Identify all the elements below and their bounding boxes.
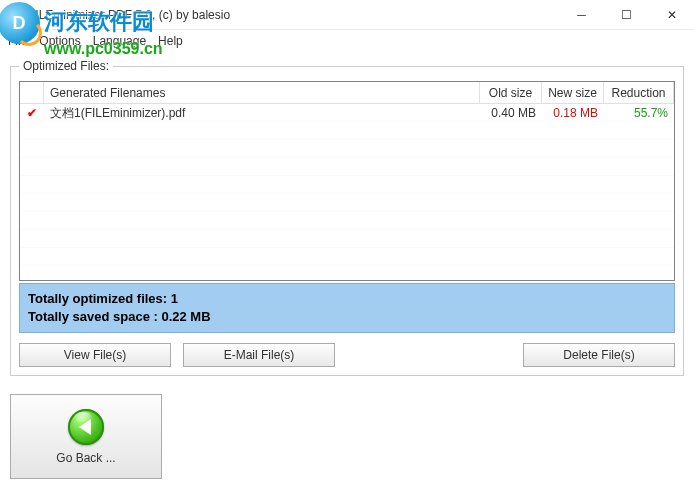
maximize-button[interactable]: ☐	[604, 0, 649, 30]
view-files-button[interactable]: View File(s)	[19, 343, 171, 367]
menu-file[interactable]: File	[8, 34, 27, 48]
col-check[interactable]	[20, 82, 44, 103]
col-old-size[interactable]: Old size	[480, 82, 542, 103]
col-reduction[interactable]: Reduction	[604, 82, 674, 103]
table-header: Generated Filenames Old size New size Re…	[20, 82, 674, 104]
files-table: Generated Filenames Old size New size Re…	[19, 81, 675, 281]
delete-files-button[interactable]: Delete File(s)	[523, 343, 675, 367]
window-title: FILEminimizer PDF 7.0, (c) by balesio	[28, 8, 230, 22]
optimized-files-group: Optimized Files: Generated Filenames Old…	[10, 66, 684, 376]
col-filename[interactable]: Generated Filenames	[44, 82, 480, 103]
back-arrow-icon	[68, 409, 104, 445]
summary-panel: Totally optimized files: 1 Totally saved…	[19, 283, 675, 333]
row-old-size: 0.40 MB	[480, 106, 542, 120]
minimize-button[interactable]: ─	[559, 0, 604, 30]
row-check-icon: ✔	[20, 106, 44, 120]
row-filename: 文档1(FILEminimizer).pdf	[44, 105, 480, 122]
close-button[interactable]: ✕	[649, 0, 694, 30]
menu-language[interactable]: Language	[93, 34, 146, 48]
title-bar: PDF FILEminimizer PDF 7.0, (c) by balesi…	[0, 0, 694, 30]
table-row[interactable]: ✔ 文档1(FILEminimizer).pdf 0.40 MB 0.18 MB…	[20, 104, 674, 122]
email-files-button[interactable]: E-Mail File(s)	[183, 343, 335, 367]
menu-bar: File Options Language Help	[0, 30, 694, 52]
app-icon: PDF	[6, 7, 22, 23]
group-label: Optimized Files:	[19, 59, 113, 73]
window-controls: ─ ☐ ✕	[559, 0, 694, 30]
row-reduction: 55.7%	[604, 106, 674, 120]
summary-space: Totally saved space : 0.22 MB	[28, 308, 666, 326]
summary-files: Totally optimized files: 1	[28, 290, 666, 308]
menu-options[interactable]: Options	[39, 34, 80, 48]
menu-help[interactable]: Help	[158, 34, 183, 48]
table-body: ✔ 文档1(FILEminimizer).pdf 0.40 MB 0.18 MB…	[20, 104, 674, 280]
button-row: View File(s) E-Mail File(s) Delete File(…	[19, 343, 675, 367]
go-back-label: Go Back ...	[56, 451, 115, 465]
row-new-size: 0.18 MB	[542, 106, 604, 120]
go-back-button[interactable]: Go Back ...	[10, 394, 162, 479]
col-new-size[interactable]: New size	[542, 82, 604, 103]
